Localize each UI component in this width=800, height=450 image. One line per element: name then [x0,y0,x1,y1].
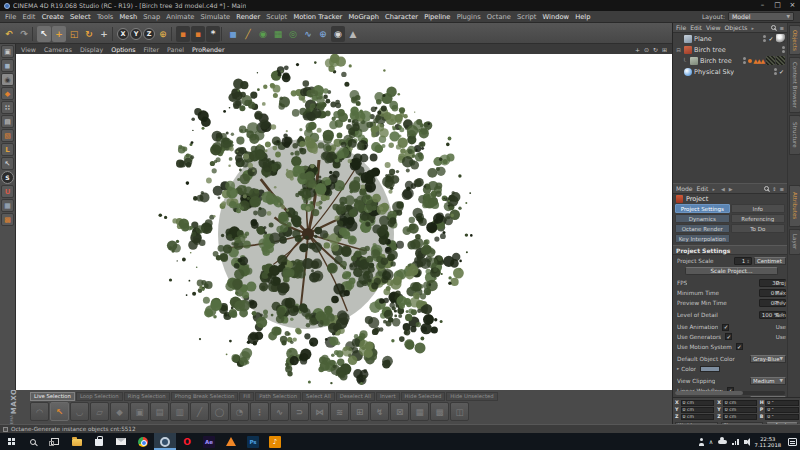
task-view-icon[interactable] [44,433,66,450]
palette-command-label[interactable]: Hide Selected [401,392,446,401]
file-explorer-icon[interactable] [66,433,88,450]
people-icon[interactable] [699,441,704,446]
edges-mode-icon[interactable]: ▤ [1,115,14,128]
scale-tool-icon[interactable]: ◱ [67,26,81,42]
rotate-tool-icon[interactable]: ↻ [82,26,96,42]
menu-item[interactable]: MoGraph [345,13,382,21]
palette-command-label[interactable]: Select All [302,392,335,401]
project-scale-unit-dropdown[interactable]: Centimet [754,257,786,265]
attribute-tab[interactable]: Octane Render [675,224,730,233]
array-generator-icon[interactable]: ▦ [271,26,285,42]
menu-item[interactable]: Create [39,13,67,21]
attribute-tab[interactable]: Referencing [731,214,786,223]
live-selection-tool-icon[interactable]: ↖ [50,402,69,421]
z-axis-lock-icon[interactable]: Z [143,28,155,40]
render-picture-viewer-icon[interactable]: ▪ [191,26,205,42]
layout-dropdown[interactable]: Model▼ [728,12,794,21]
environment-icon[interactable]: ⊕ [316,26,330,42]
menu-item[interactable]: File [2,13,19,21]
modeling-tool-icon[interactable]: ▱ [90,402,109,421]
selection-tags-icon[interactable]: ▲▲▲ [753,57,764,64]
rotate-view-icon[interactable]: ↻ [653,46,658,53]
display-tag-icon[interactable] [748,59,752,63]
attribute-tab[interactable]: Dynamics [675,214,730,223]
toolbar-icon[interactable] [221,27,225,41]
render-settings-icon[interactable]: * [206,26,220,42]
enable-check-icon[interactable]: ✓ [778,68,785,75]
enable-axis-icon[interactable]: L [1,143,14,156]
volume-icon[interactable] [744,440,747,444]
modeling-tool-icon[interactable]: ▩ [430,402,449,421]
tab-objects[interactable]: Objects [789,25,800,55]
render-view-icon[interactable]: ▪ [176,26,190,42]
expand-triangle-icon[interactable]: ▸ [677,366,679,371]
rotation-h-field[interactable]: 0 ° [765,400,799,406]
points-mode-icon[interactable]: ∷ [1,101,14,114]
menu-item[interactable]: Window [540,13,573,21]
attribute-tab[interactable]: Info [731,204,786,213]
palette-command-label[interactable]: Phong Break Selection [171,392,239,401]
palette-command-label[interactable]: Live Selection [30,392,75,401]
maximize-button[interactable]: □ [770,0,785,11]
position-x-field[interactable]: 0 cm [681,400,715,406]
am-menu-edit[interactable]: Edit [697,185,709,192]
use-animation-checkbox[interactable]: ✓ [722,324,729,331]
attribute-tab[interactable]: Key Interpolation [675,234,730,243]
section-header[interactable]: Project Settings [673,245,787,255]
object-row-physical-sky[interactable]: Physical Sky ✓ [673,66,787,77]
coordinate-system-icon[interactable]: ⊕ [156,26,170,42]
workplane-lock-icon[interactable]: ▦ [1,199,14,212]
modeling-tool-icon[interactable]: ▥ [170,402,189,421]
palette-command-label[interactable]: Hide Unselected [446,392,497,401]
visibility-dots-icon[interactable] [743,57,746,64]
menu-item[interactable]: Select [67,13,94,21]
texture-mode-icon[interactable]: ◉ [1,73,14,86]
expand-icon[interactable]: ⊟ [675,47,682,53]
tab-structure[interactable]: Structure [789,115,800,155]
menu-item[interactable]: Sculpt [263,13,290,21]
menu-overflow-icon[interactable]: ▸ [712,186,715,192]
am-menu-mode[interactable]: Mode [676,185,693,192]
redo-icon[interactable]: ↷ [17,26,31,42]
menu-item[interactable]: Help [572,13,593,21]
modeling-tool-icon[interactable]: ▤ [150,402,169,421]
om-menu-file[interactable]: File [676,24,686,31]
menu-item[interactable]: Pipeline [421,13,453,21]
modeling-tool-icon[interactable]: ∿ [270,402,289,421]
taskbar-search-icon[interactable] [22,433,44,450]
history-back-icon[interactable]: ◀ [721,186,725,192]
modeling-tool-icon[interactable]: ⊠ [390,402,409,421]
solo-mode-icon[interactable]: S [1,171,14,184]
viewport-menu-item[interactable]: ProRender [192,46,224,53]
palette-command-label[interactable]: Fill [239,392,254,401]
toolbar-icon[interactable] [171,27,175,41]
pan-view-icon[interactable]: + [635,46,640,53]
modeling-tool-icon[interactable]: ⋮ [250,402,269,421]
attribute-tab[interactable]: To Do [731,224,786,233]
notification-center-icon[interactable] [788,438,797,446]
deformer-icon[interactable]: ◎ [286,26,300,42]
viewport-menu-item[interactable]: View [21,46,36,53]
menu-item[interactable]: Simulate [197,13,233,21]
visibility-dots-icon[interactable] [774,68,777,75]
viewport-pointer-icon[interactable]: ↖ [1,157,14,170]
workplane-snap-icon[interactable]: ▩ [1,213,14,226]
size-x-field[interactable]: 0 cm [723,400,757,406]
enable-check-icon[interactable]: ✓ [768,35,775,42]
size-y-field[interactable]: 0 cm [723,407,757,413]
menu-item[interactable]: Octane [484,13,514,21]
texture-axis-mode-icon[interactable]: ◆ [1,87,14,100]
viewport-menu-item[interactable]: Options [111,46,135,53]
move-tool-icon[interactable]: + [52,26,66,42]
viewport-menu-item[interactable]: Filter [143,46,159,53]
texture-tag-icon[interactable] [776,56,785,65]
x-axis-lock-icon[interactable]: X [117,28,129,40]
rotation-b-field[interactable]: 0 ° [765,414,799,420]
tab-content-browser[interactable]: Content Browser [789,57,800,113]
menu-item[interactable]: Character [382,13,421,21]
menu-item[interactable]: Script [514,13,540,21]
camera-icon[interactable]: ◉ [331,26,345,42]
last-used-tool-icon[interactable]: + [97,26,111,42]
spline-primitive-icon[interactable]: ∿ [301,26,315,42]
palette-command-label[interactable]: Invert [376,392,400,401]
